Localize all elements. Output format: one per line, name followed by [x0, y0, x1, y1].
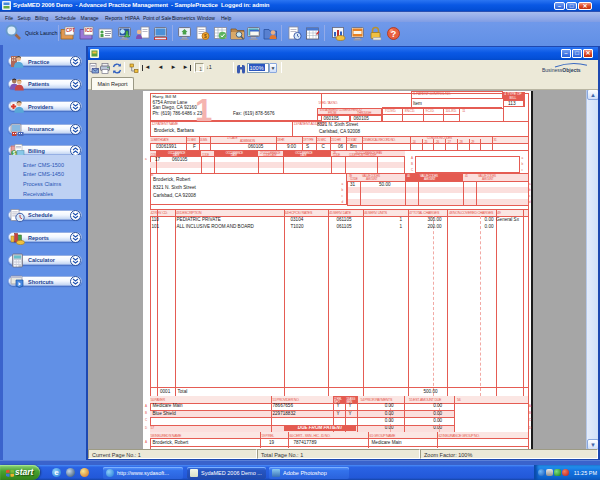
svg-text:?: ?: [390, 29, 396, 39]
svg-text:BusinessObjects: BusinessObjects: [542, 67, 581, 73]
svg-text:CPT: CPT: [66, 28, 75, 33]
svg-text:ICD: ICD: [85, 28, 94, 33]
svg-text:$: $: [204, 33, 207, 39]
